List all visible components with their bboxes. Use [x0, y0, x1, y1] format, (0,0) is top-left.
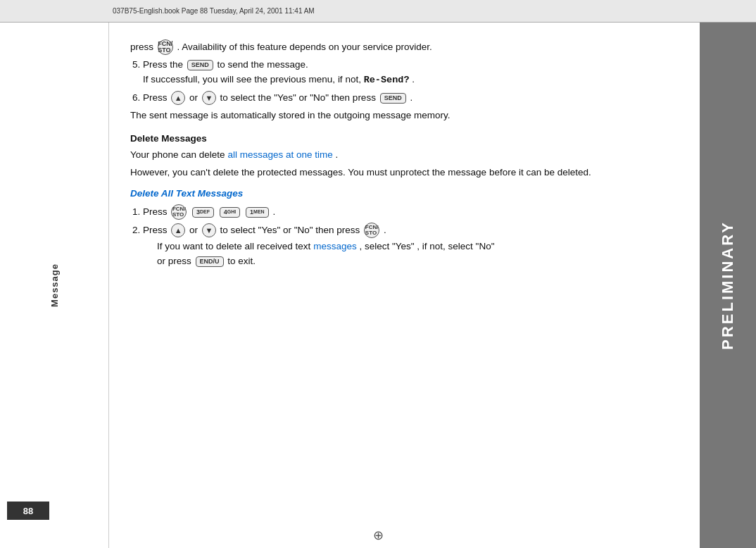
btn-up-6: ▲ [171, 91, 185, 105]
intro-rest: . Availability of this feature depends o… [177, 42, 432, 52]
delete-heading: Delete Messages [130, 132, 679, 147]
btn-fcnsto-d1: FCN/STO [171, 204, 187, 220]
preliminary-banner: PRELIMINARY [700, 23, 756, 548]
d-step2-or: or [189, 225, 198, 235]
btn-send-5: SEND [187, 60, 213, 70]
delete-sub-paragraph: However, you can't delete the protected … [130, 166, 679, 180]
main-content: press FCN/STO . Availability of this fea… [109, 23, 700, 548]
d-step2-sub-block: If you want to delete all received text … [157, 239, 679, 269]
btn-up-d2: ▲ [171, 223, 185, 237]
btn-down-6: ▼ [202, 91, 216, 105]
d-step2-press: Press [143, 225, 168, 235]
delete-steps-list: Press FCN/STO 3DEF 4GHI 1MEN . Press ▲ o… [143, 204, 679, 269]
step5-rest: to send the message. [218, 59, 308, 70]
step6-press: Press [143, 92, 168, 103]
step5-sub: If successfull, you will see the previou… [143, 74, 361, 85]
delete-step-1: Press FCN/STO 3DEF 4GHI 1MEN . [143, 204, 679, 220]
delete-link: all messages at one time [227, 149, 332, 160]
preliminary-text: PRELIMINARY [719, 220, 737, 350]
d-step2-end: . [384, 225, 386, 235]
btn-fcnsto-d2: FCN/STO [364, 223, 379, 238]
d-step2-sub-link: messages [313, 241, 357, 251]
d-step2-sub3: or press [157, 256, 191, 266]
step6-rest: to select the "Yes" or "No" then press [220, 92, 376, 103]
d-step2-sub2: , select "Yes" , if not, select "No" [359, 241, 494, 251]
d-step2-sub1: If you want to delete all received text [157, 241, 310, 251]
step6-or: or [189, 92, 198, 103]
btn-1men: 1MEN [246, 207, 269, 218]
sent-message-note: The sent message is automatically stored… [130, 108, 679, 123]
delete-rest: . [335, 149, 338, 160]
d-step2-sub4: to exit. [227, 256, 256, 266]
btn-4ghi: 4GHI [220, 207, 240, 218]
step5-text: Press the [143, 59, 183, 70]
resend-text: Re-Send? [364, 75, 410, 85]
intro-text: press [130, 42, 153, 52]
delete-intro-paragraph: Your phone can delete all messages at on… [130, 148, 679, 163]
d-step2-rest: to select "Yes" or "No" then press [220, 225, 360, 235]
btn-fcnsto-intro: FCN/STO [158, 39, 173, 55]
d-step1-press: Press [143, 206, 168, 217]
sidebar-label: Message [49, 263, 60, 307]
btn-3def: 3DEF [192, 207, 214, 218]
btn-send-6: SEND [380, 93, 406, 104]
page-number: 88 [7, 502, 49, 520]
step-6: Press ▲ or ▼ to select the "Yes" or "No"… [143, 91, 679, 106]
delete-intro-text: Your phone can delete [130, 149, 225, 160]
intro-paragraph: press FCN/STO . Availability of this fea… [130, 39, 679, 55]
header-bar: 037B75-English.book Page 88 Tuesday, Apr… [0, 0, 756, 23]
delete-all-heading: Delete All Text Messages [130, 187, 679, 201]
step-5: Press the SEND to send the message. If s… [143, 58, 679, 88]
steps-list: Press the SEND to send the message. If s… [143, 58, 679, 106]
step6-end: . [410, 92, 412, 103]
header-text: 037B75-English.book Page 88 Tuesday, Apr… [113, 7, 315, 15]
step5-sub-end: . [412, 74, 415, 85]
btn-down-d2: ▼ [202, 223, 216, 237]
btn-endu: END/U [196, 256, 224, 267]
left-sidebar: Message [0, 23, 109, 548]
delete-step-2: Press ▲ or ▼ to select "Yes" or "No" the… [143, 223, 679, 269]
